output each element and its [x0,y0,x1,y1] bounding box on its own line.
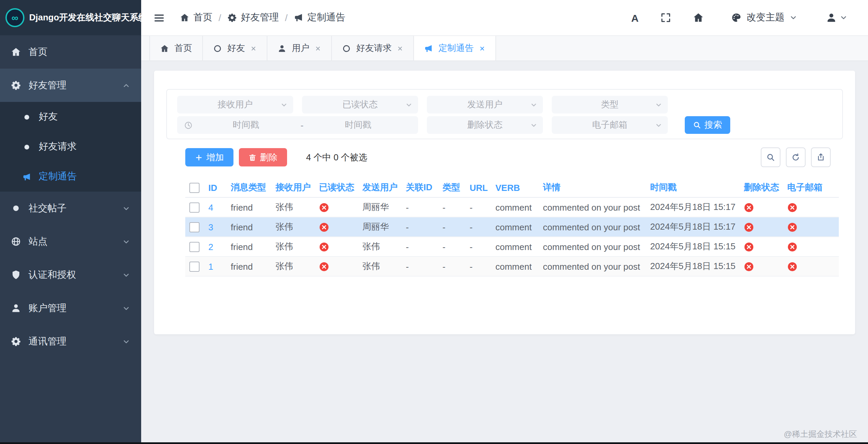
globe-icon [11,236,21,247]
cell-message-type: friend [227,256,271,276]
column-header[interactable]: 已读状态 [315,178,358,197]
cell-verb: comment [491,217,539,237]
timestamp-range-input[interactable]: 时间戳 - 时间戳 [177,116,418,134]
column-header[interactable]: 消息类型 [227,178,271,197]
row-checkbox[interactable] [189,261,200,271]
gear-icon [11,336,21,347]
app-window: ∞ Django开发在线社交聊天系统 首页 好友管理 好友 好友请求 [0,0,868,444]
breadcrumb-item-custom-notices[interactable]: 定制通告 [294,12,345,24]
fullscreen-button[interactable] [660,12,671,23]
close-icon[interactable] [315,45,321,51]
column-header[interactable]: 删除状态 [740,178,783,197]
filter-panel: 接收用户 已读状态 发送用户 类型 [166,89,843,139]
column-header[interactable]: 接收用户 [271,178,315,197]
tab-label: 首页 [174,42,192,54]
hamburger-menu-icon[interactable] [153,12,165,23]
bottom-edge-bar [0,442,868,444]
chevron-down-icon [839,14,848,22]
breadcrumb-item-friend-management[interactable]: 好友管理 [227,12,279,24]
tab-friends[interactable]: 好友 [203,36,267,60]
sidebar-item-communication-management[interactable]: 通讯管理 [0,325,141,358]
cell-receiver: 张伟 [271,217,315,237]
circle-close-icon [787,242,797,252]
tab-home[interactable]: 首页 [149,36,203,60]
sidebar-item-home[interactable]: 首页 [0,35,141,69]
cell-sender: 张伟 [358,256,402,276]
timestamp-start-input[interactable]: 时间戳 [193,119,299,131]
column-header[interactable]: 详情 [539,178,646,197]
tab-friend-requests[interactable]: 好友请求 [332,36,414,60]
theme-switcher[interactable]: 改变主题 [731,12,797,24]
row-id-link[interactable]: 4 [208,202,213,212]
column-header[interactable]: 电子邮箱 [783,178,839,197]
breadcrumb-label: 定制通告 [307,12,345,24]
sidebar-item-friend-management[interactable]: 好友管理 [0,69,141,102]
cell-detail: commented on your post [539,256,646,276]
chevron-down-icon [655,121,662,129]
refresh-button[interactable] [786,147,806,167]
sidebar-item-sites[interactable]: 站点 [0,225,141,258]
close-icon[interactable] [250,45,257,51]
infinity-logo-icon: ∞ [5,8,24,27]
table-row[interactable]: 2 friend 张伟 张伟 - - - comment commented o… [185,237,839,256]
column-header[interactable]: 类型 [438,178,466,197]
sidebar-item-friends[interactable]: 好友 [0,102,141,132]
select-all-checkbox[interactable] [189,182,200,193]
table-row[interactable]: 4 friend 张伟 周丽华 - - - comment commented … [185,197,839,217]
column-header[interactable]: 关联ID [402,178,438,197]
table-header-row: ID 消息类型 接收用户 已读状态 发送用户 关联ID 类型 URL VERB … [185,178,839,197]
search-icon [766,153,775,162]
sidebar-item-account-management[interactable]: 账户管理 [0,291,141,325]
tab-label: 定制通告 [438,42,474,54]
user-icon [278,44,286,53]
delete-status-filter-select[interactable]: 删除状态 [427,116,543,134]
chevron-down-icon [789,14,797,22]
cell-receiver: 张伟 [271,237,315,256]
column-header[interactable]: URL [466,178,491,197]
row-id-link[interactable]: 2 [208,242,213,252]
receiver-filter-select[interactable]: 接收用户 [177,96,293,113]
breadcrumb-item-home[interactable]: 首页 [180,12,212,24]
sidebar-item-social-posts[interactable]: 社交帖子 [0,192,141,225]
type-filter-select[interactable]: 类型 [552,96,668,113]
row-checkbox[interactable] [189,222,200,232]
sender-filter-select[interactable]: 发送用户 [427,96,543,113]
row-checkbox[interactable] [189,202,200,212]
table-row[interactable]: 1 friend 张伟 张伟 - - - comment commented o… [185,256,839,276]
delete-button[interactable]: 删除 [239,148,287,166]
add-button-label: 增加 [206,151,224,163]
main-area: 首页 / 好友管理 / 定制通告 A [141,0,868,444]
sidebar-item-custom-notices[interactable]: 定制通告 [0,162,141,192]
row-id-link[interactable]: 1 [208,261,213,271]
close-icon[interactable] [479,45,485,51]
row-checkbox[interactable] [189,242,200,252]
close-icon[interactable] [397,45,403,51]
toggle-search-button[interactable] [761,147,780,167]
tab-custom-notices[interactable]: 定制通告 [414,36,496,60]
add-button[interactable]: 增加 [185,148,233,166]
home-button[interactable] [693,12,704,23]
column-header[interactable]: 时间戳 [646,178,740,197]
column-header[interactable]: VERB [491,178,539,197]
cell-verb: comment [491,256,539,276]
user-menu[interactable] [826,12,848,23]
column-header[interactable]: 发送用户 [358,178,402,197]
read-status-filter-select[interactable]: 已读状态 [302,96,418,113]
column-header[interactable]: ID [204,178,227,197]
timestamp-end-input[interactable]: 时间戳 [305,119,411,131]
export-button[interactable] [811,147,831,167]
circle-close-icon [787,222,797,232]
sidebar-item-friend-requests[interactable]: 好友请求 [0,132,141,162]
sidebar-item-auth[interactable]: 认证和授权 [0,258,141,291]
search-button[interactable]: 搜索 [685,116,730,134]
circle-icon [342,44,351,53]
filter-row-1: 接收用户 已读状态 发送用户 类型 [177,96,832,113]
select-placeholder: 发送用户 [467,99,503,111]
table-row[interactable]: 3 friend 张伟 周丽华 - - - comment commented … [185,217,839,237]
row-id-link[interactable]: 3 [208,222,213,232]
sidebar-item-label: 通讯管理 [29,335,67,348]
email-filter-select[interactable]: 电子邮箱 [552,116,668,134]
tab-users[interactable]: 用户 [267,36,332,60]
font-size-toggle-button[interactable]: A [631,12,639,23]
megaphone-icon [424,44,433,53]
